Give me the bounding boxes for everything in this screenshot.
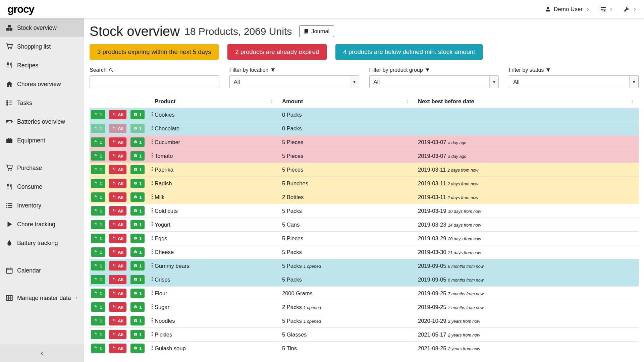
- sidebar-item-equipment[interactable]: Equipment: [0, 131, 84, 150]
- open-one-button[interactable]: 1: [130, 220, 145, 229]
- open-one-button[interactable]: 1: [130, 344, 145, 353]
- amount-value: 5 Tins: [282, 345, 297, 351]
- consume-all-button[interactable]: All: [109, 206, 126, 216]
- open-one-button[interactable]: 1: [130, 261, 145, 270]
- open-one-button[interactable]: 1: [130, 192, 145, 202]
- app-logo[interactable]: grocy: [7, 3, 34, 15]
- status-select[interactable]: All ▾: [509, 75, 639, 88]
- consume-one-button[interactable]: 1: [91, 344, 105, 353]
- consume-one-button[interactable]: 1: [91, 179, 105, 188]
- open-one-button[interactable]: 1: [130, 137, 145, 147]
- consume-all-button[interactable]: All: [109, 124, 126, 133]
- consume-all-button[interactable]: All: [109, 234, 126, 243]
- open-one-button[interactable]: 1: [130, 165, 145, 174]
- consume-all-button[interactable]: All: [109, 330, 126, 339]
- consume-one-button[interactable]: 1: [91, 192, 105, 202]
- chevron-left-icon: [40, 351, 45, 356]
- sidebar-item-calendar[interactable]: Calendar: [0, 261, 84, 280]
- open-one-button[interactable]: 1: [130, 151, 145, 161]
- consume-all-button[interactable]: All: [109, 261, 126, 270]
- consume-all-button[interactable]: All: [109, 289, 126, 298]
- open-one-button[interactable]: 1: [130, 247, 145, 257]
- consume-all-button[interactable]: All: [109, 151, 126, 161]
- collapse-sidebar-button[interactable]: [0, 345, 84, 362]
- consume-one-button[interactable]: 1: [91, 124, 105, 133]
- sidebar-item-stock-overview[interactable]: Stock overview: [0, 18, 84, 37]
- consume-one-button[interactable]: 1: [91, 247, 105, 257]
- consume-one-button[interactable]: 1: [91, 302, 105, 312]
- consume-all-button[interactable]: All: [109, 247, 126, 257]
- product-name: Cookies: [151, 108, 278, 122]
- location-select[interactable]: All ▾: [229, 75, 359, 88]
- consume-all-button[interactable]: All: [109, 110, 126, 119]
- date-column-header[interactable]: Next best before date: [414, 95, 639, 108]
- amount-value: 2 Packs: [282, 304, 302, 310]
- journal-button[interactable]: Journal: [299, 25, 334, 37]
- sidebar-item-purchase[interactable]: Purchase: [0, 159, 84, 177]
- open-one-button[interactable]: 1: [130, 289, 145, 298]
- consume-all-button[interactable]: All: [109, 344, 126, 353]
- utensils-icon: [112, 223, 116, 227]
- sidebar-item-shopping-list[interactable]: Shopping list: [0, 37, 84, 56]
- consume-all-button[interactable]: All: [109, 137, 126, 147]
- status-badge-warning[interactable]: 3 products expiring within the next 5 da…: [90, 44, 219, 60]
- consume-one-button[interactable]: 1: [91, 316, 105, 325]
- consume-one-button[interactable]: 1: [91, 275, 105, 284]
- consume-one-button[interactable]: 1: [91, 110, 105, 119]
- consume-all-button[interactable]: All: [109, 192, 126, 202]
- open-one-button[interactable]: 1: [130, 206, 145, 216]
- status-badge-danger[interactable]: 2 products are already expired: [227, 44, 327, 60]
- consume-all-button[interactable]: All: [109, 302, 126, 312]
- open-box-icon: [133, 126, 138, 130]
- date-relative-note: 2 years from now: [448, 347, 480, 351]
- sidebar-item-label: Chores overview: [17, 81, 61, 88]
- product-column-header[interactable]: Product: [151, 95, 278, 108]
- consume-one-button[interactable]: 1: [91, 165, 105, 174]
- sidebar-item-batteries-overview[interactable]: Batteries overview: [0, 112, 84, 131]
- sidebar-item-inventory[interactable]: Inventory: [0, 196, 84, 215]
- status-badge-info[interactable]: 4 products are below defined min. stock …: [335, 44, 483, 60]
- open-one-button[interactable]: 1: [130, 316, 145, 325]
- date-relative-note: 10 days from now: [448, 209, 481, 214]
- consume-one-button[interactable]: 1: [91, 220, 105, 229]
- user-menu[interactable]: Demo User: [545, 6, 590, 13]
- consume-all-button[interactable]: All: [109, 165, 126, 174]
- open-one-button[interactable]: 1: [130, 330, 145, 339]
- sidebar-item-tasks[interactable]: Tasks: [0, 94, 84, 112]
- utensils-icon: [112, 113, 116, 117]
- open-one-button[interactable]: 1: [130, 124, 145, 133]
- consume-one-button[interactable]: 1: [91, 206, 105, 216]
- amount-column-header[interactable]: Amount: [278, 95, 414, 108]
- consume-one-button[interactable]: 1: [91, 289, 105, 298]
- sidebar-item-battery-tracking[interactable]: Battery tracking: [0, 234, 84, 252]
- consume-all-button[interactable]: All: [109, 316, 126, 325]
- consume-one-button[interactable]: 1: [91, 330, 105, 339]
- consume-one-button[interactable]: 1: [91, 261, 105, 270]
- table-row: 1 All 1 Crisps 5 Packs 2019-09-056 month…: [90, 273, 639, 287]
- admin-menu[interactable]: [624, 6, 637, 12]
- settings-menu[interactable]: [600, 6, 613, 12]
- open-one-button[interactable]: 1: [130, 234, 145, 243]
- utensils-icon: [112, 209, 116, 213]
- consume-all-button[interactable]: All: [109, 179, 126, 188]
- open-one-button[interactable]: 1: [130, 110, 145, 119]
- sidebar-item-consume[interactable]: Consume: [0, 177, 84, 196]
- open-one-button[interactable]: 1: [130, 179, 145, 188]
- open-one-button[interactable]: 1: [130, 275, 145, 284]
- search-input[interactable]: [90, 75, 219, 88]
- date-cell: 2019-09-257 months from now: [414, 300, 639, 314]
- sidebar-item-manage-master-data[interactable]: Manage master data: [0, 289, 84, 307]
- consume-one-button[interactable]: 1: [91, 234, 105, 243]
- open-one-button[interactable]: 1: [130, 302, 145, 312]
- sidebar-item-chores-overview[interactable]: Chores overview: [0, 75, 84, 94]
- date-relative-note: 6 months from now: [448, 264, 483, 269]
- consume-one-button[interactable]: 1: [91, 151, 105, 161]
- product-group-select[interactable]: All ▾: [369, 75, 499, 88]
- row-actions: 1 All 1: [90, 177, 151, 190]
- sidebar-item-chore-tracking[interactable]: Chore tracking: [0, 215, 84, 234]
- consume-all-button[interactable]: All: [109, 275, 126, 284]
- consume-all-button[interactable]: All: [109, 220, 126, 229]
- sidebar-item-recipes[interactable]: Recipes: [0, 56, 84, 75]
- amount-value: 5 Glasses: [282, 331, 307, 338]
- consume-one-button[interactable]: 1: [91, 137, 105, 147]
